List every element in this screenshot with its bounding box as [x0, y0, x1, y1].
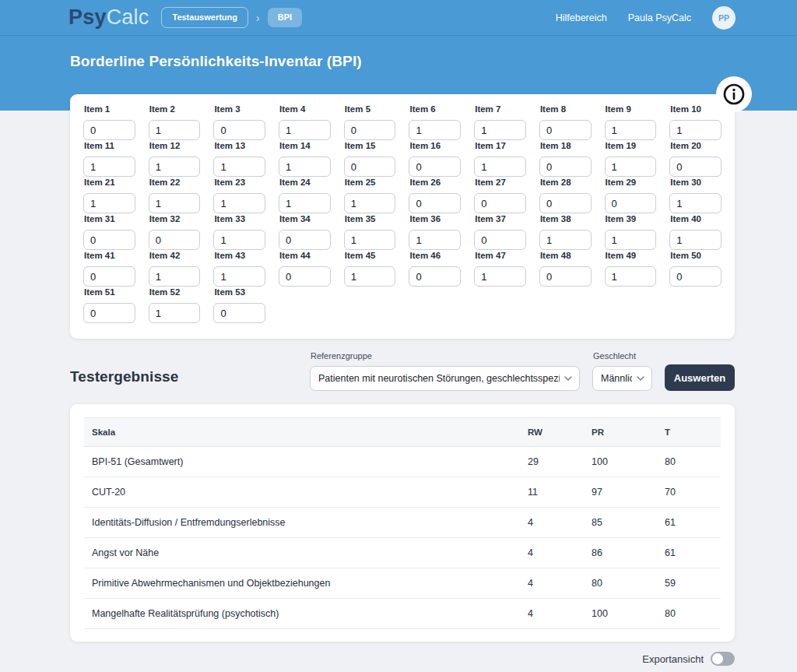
item-input[interactable] [539, 266, 592, 287]
item-input[interactable] [279, 230, 331, 250]
item-input[interactable] [474, 157, 526, 177]
item-field: Item 51 [83, 287, 135, 323]
pr-value: 80 [584, 568, 657, 599]
gender-select[interactable]: Männlich [592, 366, 652, 391]
item-input[interactable] [669, 193, 722, 213]
table-row: Identitäts-Diffusion / Entfremdungserleb… [84, 508, 721, 538]
item-input[interactable] [474, 120, 526, 140]
item-input[interactable] [605, 266, 657, 287]
breadcrumb-bpi[interactable]: BPI [268, 8, 302, 27]
item-label: Item 9 [606, 104, 657, 114]
item-input[interactable] [669, 266, 722, 287]
item-input[interactable] [213, 157, 265, 177]
item-input[interactable] [344, 230, 396, 250]
item-input[interactable] [213, 230, 265, 250]
breadcrumb-testauswertung[interactable]: Testauswertung [161, 7, 248, 28]
user-name[interactable]: Paula PsyCalc [628, 12, 691, 23]
item-input[interactable] [605, 120, 657, 140]
item-label: Item 43 [214, 251, 265, 260]
item-input[interactable] [474, 266, 526, 287]
item-field: Item 8 [539, 104, 592, 140]
item-field: Item 37 [474, 214, 526, 250]
item-field: Item 3 [213, 104, 265, 140]
item-input[interactable] [213, 120, 265, 140]
table-row: CUT-20 11 97 70 [84, 477, 721, 508]
t-value: 80 [657, 599, 721, 629]
info-button[interactable] [716, 76, 752, 112]
item-input[interactable] [213, 266, 265, 287]
item-input[interactable] [149, 266, 201, 287]
item-input[interactable] [279, 157, 331, 177]
item-input[interactable] [213, 303, 265, 323]
item-field: Item 34 [279, 214, 331, 250]
item-field: Item 5 [344, 104, 396, 140]
results-heading: Testergebnisse [70, 368, 178, 385]
item-input[interactable] [344, 120, 396, 140]
item-input[interactable] [344, 193, 396, 213]
chevron-right-icon: › [256, 12, 260, 23]
item-label: Item 32 [149, 214, 201, 223]
item-input[interactable] [83, 157, 135, 177]
item-input[interactable] [83, 230, 135, 250]
item-input[interactable] [344, 266, 396, 287]
item-field: Item 46 [409, 251, 461, 287]
item-input[interactable] [409, 157, 461, 177]
export-view-toggle[interactable] [711, 652, 735, 666]
item-field: Item 6 [409, 104, 461, 140]
scale-name: CUT-20 [84, 477, 520, 508]
item-field: Item 36 [409, 214, 461, 250]
item-field: Item 39 [605, 214, 657, 250]
item-input[interactable] [605, 230, 657, 250]
column-header-rw: RW [520, 418, 584, 447]
item-input[interactable] [344, 157, 396, 177]
item-input[interactable] [149, 230, 201, 250]
avatar[interactable]: PP [712, 6, 736, 30]
item-input[interactable] [669, 230, 722, 250]
app-logo[interactable]: PsyCalc [68, 7, 149, 28]
item-input[interactable] [83, 120, 135, 140]
evaluate-button[interactable]: Auswerten [665, 364, 735, 391]
scale-name: Identitäts-Diffusion / Entfremdungserleb… [84, 508, 520, 538]
help-link[interactable]: Hilfebereich [556, 12, 607, 23]
item-input[interactable] [149, 120, 201, 140]
item-input[interactable] [605, 157, 657, 177]
chevron-down-icon [564, 376, 572, 381]
item-input[interactable] [474, 230, 526, 250]
item-field: Item 12 [149, 141, 201, 177]
item-input[interactable] [149, 303, 201, 323]
item-field: Item 35 [344, 214, 396, 250]
item-input[interactable] [605, 193, 657, 213]
item-input[interactable] [669, 120, 722, 140]
column-header-pr: PR [584, 418, 657, 447]
item-input[interactable] [409, 120, 461, 140]
item-input[interactable] [213, 193, 265, 213]
item-field: Item 50 [669, 251, 722, 287]
item-label: Item 26 [409, 178, 461, 187]
item-input[interactable] [279, 120, 331, 140]
item-input[interactable] [539, 157, 592, 177]
item-input[interactable] [409, 230, 461, 250]
item-input[interactable] [83, 193, 135, 213]
item-input[interactable] [539, 230, 592, 250]
item-input[interactable] [149, 157, 201, 177]
item-field: Item 15 [344, 141, 396, 177]
item-input[interactable] [409, 193, 461, 213]
item-field: Item 28 [539, 178, 592, 213]
item-label: Item 37 [475, 214, 526, 223]
item-input[interactable] [539, 193, 592, 213]
item-input[interactable] [279, 193, 331, 213]
item-input[interactable] [83, 266, 135, 287]
toggle-knob [712, 653, 723, 664]
item-input[interactable] [279, 266, 331, 287]
item-input[interactable] [409, 266, 461, 287]
item-field: Item 40 [669, 214, 722, 250]
breadcrumb: Testauswertung › BPI [161, 7, 302, 28]
item-input[interactable] [149, 193, 201, 213]
item-field: Item 21 [83, 178, 135, 213]
reference-group-select[interactable]: Patienten mit neurotischen Störungen, ge… [310, 366, 580, 391]
item-input[interactable] [669, 157, 722, 177]
item-input[interactable] [539, 120, 592, 140]
pr-value: 97 [584, 477, 657, 508]
item-input[interactable] [83, 303, 135, 323]
item-input[interactable] [474, 193, 526, 213]
